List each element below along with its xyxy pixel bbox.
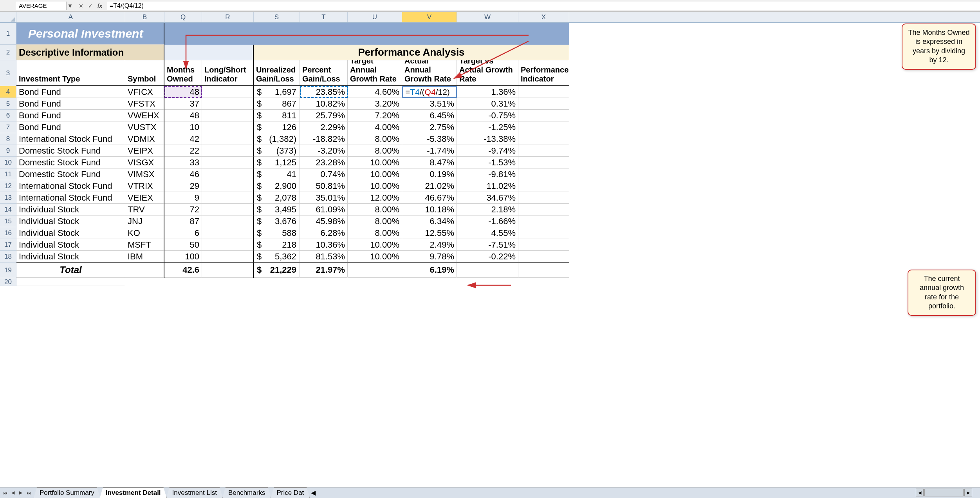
cell[interactable] [202,121,254,133]
cell[interactable] [518,121,569,133]
cell[interactable] [518,98,569,110]
cell-months[interactable]: 50 [164,239,202,251]
cell[interactable] [202,263,254,278]
cell-investment-type[interactable]: Bond Fund [16,98,125,110]
cell-diff[interactable]: -13.38% [457,133,518,145]
cell[interactable] [518,227,569,239]
cell-gain[interactable]: $5,362 [254,251,300,263]
cell-diff[interactable]: 4.55% [457,227,518,239]
cell-actual[interactable]: 21.02% [402,180,457,192]
cell[interactable] [202,251,254,263]
cell-target[interactable]: 8.00% [348,204,402,215]
cell-months[interactable]: 87 [164,215,202,227]
cell-gain[interactable]: $3,676 [254,215,300,227]
cell[interactable] [518,145,569,157]
cell-investment-type[interactable]: Individual Stock [16,239,125,251]
row-header-7[interactable]: 7 [0,121,16,133]
header-long-short[interactable]: Long/Short Indicator [202,60,254,85]
row-header-11[interactable]: 11 [0,168,16,180]
cell-target[interactable]: 7.20% [348,110,402,121]
cell-editing[interactable]: =T4/(Q4/12) [402,86,457,98]
cell-months[interactable]: 10 [164,121,202,133]
enter-icon[interactable]: ✓ [87,2,94,9]
cell-diff[interactable]: -7.51% [457,239,518,251]
col-header-T[interactable]: T [300,12,348,22]
cell[interactable] [202,215,254,227]
cell-investment-type[interactable]: Domestic Stock Fund [16,145,125,157]
row-header-9[interactable]: 9 [0,145,16,157]
cell-gain[interactable]: $2,900 [254,180,300,192]
fx-icon[interactable]: fx [96,2,103,9]
cell[interactable] [348,263,402,278]
total-months[interactable]: 42.6 [164,263,202,278]
cell-symbol[interactable]: VFSTX [125,98,164,110]
cell-gain[interactable]: $1,125 [254,157,300,168]
row-header-10[interactable]: 10 [0,157,16,168]
cell-diff[interactable]: -1.53% [457,157,518,168]
row-header-6[interactable]: 6 [0,110,16,121]
cell-diff[interactable]: 1.36% [457,86,518,98]
cell-actual[interactable]: 6.34% [402,215,457,227]
cell-investment-type[interactable]: International Stock Fund [16,192,125,204]
cell[interactable] [202,180,254,192]
header-actual-rate[interactable]: Actual Annual Growth Rate [402,60,457,85]
cell-symbol[interactable]: VUSTX [125,121,164,133]
cell-symbol[interactable]: VEIPX [125,145,164,157]
cell-diff[interactable]: 34.67% [457,192,518,204]
select-all-button[interactable] [0,12,16,22]
cell-actual[interactable]: -5.38% [402,133,457,145]
cell-target[interactable]: 10.00% [348,168,402,180]
row-header-8[interactable]: 8 [0,133,16,145]
header-target-vs-actual[interactable]: Target vs Actual Growth Rate [457,60,518,85]
cell-investment-type[interactable]: International Stock Fund [16,133,125,145]
cell-percent[interactable]: 61.09% [300,204,348,215]
cell-symbol[interactable]: VFICX [125,86,164,98]
cell-actual[interactable]: -1.74% [402,145,457,157]
cell-months[interactable]: 72 [164,204,202,215]
cell-target[interactable]: 12.00% [348,192,402,204]
cell-investment-type[interactable]: Bond Fund [16,86,125,98]
cell[interactable] [457,263,518,278]
cell[interactable] [202,145,254,157]
cell-symbol[interactable]: VDMIX [125,133,164,145]
cell-symbol[interactable]: VWEHX [125,110,164,121]
col-header-B[interactable]: B [125,12,164,22]
cell-gain[interactable]: $3,495 [254,204,300,215]
cell[interactable] [164,23,569,45]
cell-actual[interactable]: 2.49% [402,239,457,251]
cell-target[interactable]: 10.00% [348,251,402,263]
cell-diff[interactable]: -1.66% [457,215,518,227]
cell-months[interactable]: 48 [164,110,202,121]
cell-target[interactable]: 3.20% [348,98,402,110]
cell-target[interactable]: 8.00% [348,145,402,157]
col-header-S[interactable]: S [254,12,300,22]
row-header-16[interactable]: 16 [0,227,16,239]
cell-diff[interactable]: 0.31% [457,98,518,110]
row-header-17[interactable]: 17 [0,239,16,251]
cell-investment-type[interactable]: Domestic Stock Fund [16,157,125,168]
total-percent[interactable]: 21.97% [300,263,348,278]
cell-gain[interactable]: $2,078 [254,192,300,204]
cell-diff[interactable]: -9.81% [457,168,518,180]
cell-actual[interactable]: 2.75% [402,121,457,133]
header-percent[interactable]: Percent Gain/Loss [300,60,348,85]
cell-percent[interactable]: 0.74% [300,168,348,180]
cancel-icon[interactable]: ✕ [78,2,85,9]
cell-diff[interactable]: -0.75% [457,110,518,121]
section-performance[interactable]: Performance Analysis [254,45,569,60]
cell-symbol[interactable]: VTRIX [125,180,164,192]
row-header-14[interactable]: 14 [0,204,16,215]
row-header-5[interactable]: 5 [0,98,16,110]
cell[interactable] [518,215,569,227]
cell-percent[interactable]: 23.85% [300,86,348,98]
cell-percent[interactable]: 10.36% [300,239,348,251]
cell-actual[interactable]: 10.18% [402,204,457,215]
cell-actual[interactable]: 6.45% [402,110,457,121]
cell-target[interactable]: 10.00% [348,180,402,192]
cell-months[interactable]: 33 [164,157,202,168]
name-box-dropdown[interactable]: ▼ [67,2,74,9]
cell-gain[interactable]: $(1,382) [254,133,300,145]
cell-symbol[interactable]: KO [125,227,164,239]
row-header-12[interactable]: 12 [0,180,16,192]
cell-months[interactable]: 48 [164,86,202,98]
